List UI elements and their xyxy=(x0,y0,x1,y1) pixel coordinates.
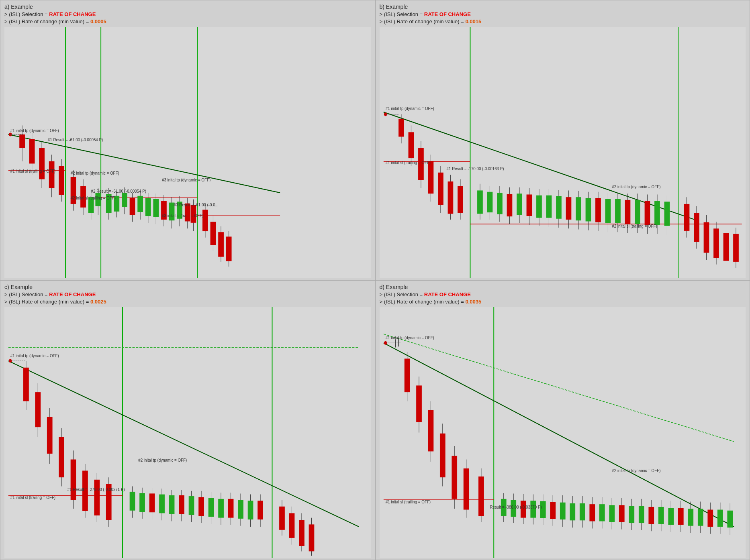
svg-rect-157 xyxy=(23,368,29,401)
svg-rect-128 xyxy=(654,201,660,225)
svg-rect-69 xyxy=(380,27,746,278)
panel-b-line1: > (ISL) Selection = RATE OF CHANGE xyxy=(380,11,746,18)
svg-rect-80 xyxy=(408,132,414,159)
svg-rect-179 xyxy=(159,494,165,513)
panel-c-svg: #1 inital tp (dynamic = OFF) #1 inital s… xyxy=(4,307,371,558)
panel-c-chart: #1 inital tp (dynamic = OFF) #1 inital s… xyxy=(4,307,371,558)
svg-text:#1 Result = -170.00 (-0.00163 : #1 Result = -170.00 (-0.00163 P) xyxy=(446,166,504,171)
svg-rect-169 xyxy=(94,480,100,515)
svg-rect-13 xyxy=(39,148,45,179)
svg-rect-33 xyxy=(130,198,135,215)
panel-a-line1: > (ISL) Selection = RATE OF CHANGE xyxy=(4,11,371,18)
svg-rect-201 xyxy=(279,507,285,530)
svg-rect-276 xyxy=(697,509,703,525)
panel-d-line1: > (ISL) Selection = RATE OF CHANGE xyxy=(380,291,746,298)
panel-d-chart: #1 inital tp (dynamic = OFF) #1 inital s… xyxy=(380,307,746,558)
svg-rect-55 xyxy=(218,232,224,257)
svg-text:#2 inital tp (dynamic = OFF): #2 inital tp (dynamic = OFF) xyxy=(612,468,660,473)
svg-rect-102 xyxy=(526,195,532,216)
panel-c-selection: RATE OF CHANGE xyxy=(49,291,96,297)
svg-text:#1 inital sl (trailing = OFF): #1 inital sl (trailing = OFF) xyxy=(385,499,430,504)
panel-d: d) Example > (ISL) Selection = RATE OF C… xyxy=(375,280,750,560)
main-grid: a) Example > (ISL) Selection = RATE OF C… xyxy=(0,0,750,560)
svg-rect-226 xyxy=(428,410,433,452)
panel-d-line2: > (ISL) Rate of change (min value) = 0.0… xyxy=(380,298,746,305)
panel-d-value: 0.0035 xyxy=(465,299,481,305)
svg-rect-96 xyxy=(497,193,503,214)
svg-rect-100 xyxy=(517,194,522,216)
svg-text:#1 Result = -278.00 (-0.00271 : #1 Result = -278.00 (-0.00271 P) xyxy=(67,487,125,492)
svg-text:#1 inital tp (dynamic = OFF): #1 inital tp (dynamic = OFF) xyxy=(10,353,59,358)
svg-rect-280 xyxy=(717,509,723,526)
svg-rect-0 xyxy=(4,27,371,278)
panel-b-selection: RATE OF CHANGE xyxy=(424,11,471,17)
panel-b: b) Example > (ISL) Selection = RATE OF C… xyxy=(375,0,750,280)
panel-c-value: 0.0025 xyxy=(90,299,106,305)
svg-rect-17 xyxy=(59,166,64,195)
panel-b-svg: #1 inital tp (dynamic = OFF) #1 inital s… xyxy=(380,27,746,278)
svg-rect-37 xyxy=(145,198,151,216)
svg-rect-250 xyxy=(570,503,575,520)
svg-text:#3 inital tp (dynamic = OFF): #3 inital tp (dynamic = OFF) xyxy=(162,177,210,183)
panel-a-label: a) Example xyxy=(4,4,371,10)
svg-rect-124 xyxy=(635,200,640,224)
svg-text:#2 inital sl (trailing = OFF): #2 inital sl (trailing = OFF) xyxy=(612,224,657,229)
svg-rect-173 xyxy=(130,492,135,511)
svg-rect-205 xyxy=(299,520,304,546)
svg-rect-278 xyxy=(707,509,713,526)
panel-c-line1: > (ISL) Selection = RATE OF CHANGE xyxy=(4,291,371,298)
svg-rect-270 xyxy=(668,508,674,525)
svg-rect-222 xyxy=(404,358,410,392)
svg-rect-244 xyxy=(540,501,546,518)
panel-a-chart: #1 inital tp (dynamic = OFF) #1 inital s… xyxy=(4,27,371,278)
svg-rect-138 xyxy=(713,229,719,259)
svg-rect-272 xyxy=(678,508,683,525)
svg-rect-256 xyxy=(599,504,605,521)
svg-rect-98 xyxy=(507,194,512,217)
svg-rect-132 xyxy=(684,204,689,231)
svg-text:#1 inital sl (trailing = OFF): #1 inital sl (trailing = OFF) xyxy=(385,160,430,165)
panel-c: c) Example > (ISL) Selection = RATE OF C… xyxy=(0,280,375,560)
svg-rect-86 xyxy=(438,173,443,205)
svg-text:#1 inital sl (trailing = OFF): #1 inital sl (trailing = OFF) xyxy=(10,495,55,500)
svg-rect-266 xyxy=(648,507,654,524)
svg-rect-130 xyxy=(664,202,670,226)
svg-text:#2 Result = -61.00 (-0.00054 P: #2 Result = -61.00 (-0.00054 P) xyxy=(91,189,147,194)
svg-text:Result = -386.00 (-0.03379 P): Result = -386.00 (-0.03379 P) xyxy=(490,505,542,510)
svg-rect-230 xyxy=(452,456,457,499)
svg-rect-246 xyxy=(550,502,556,519)
svg-rect-78 xyxy=(399,119,404,137)
svg-rect-112 xyxy=(576,198,581,221)
svg-text:#1 inital tp (dynamic = OFF): #1 inital tp (dynamic = OFF) xyxy=(385,335,434,340)
svg-rect-252 xyxy=(579,503,585,520)
svg-rect-114 xyxy=(585,198,591,222)
panel-c-line2: > (ISL) Rate of change (min value) = 0.0… xyxy=(4,298,371,305)
svg-rect-9 xyxy=(19,134,25,148)
svg-rect-282 xyxy=(727,511,733,527)
svg-rect-57 xyxy=(226,237,232,261)
svg-rect-234 xyxy=(478,477,484,516)
svg-rect-120 xyxy=(615,199,621,223)
panel-a-selection: RATE OF CHANGE xyxy=(49,11,96,17)
panel-d-svg: #1 inital tp (dynamic = OFF) #1 inital s… xyxy=(380,307,746,558)
panel-b-line2: > (ISL) Rate of change (min value) = 0.0… xyxy=(380,18,746,25)
svg-rect-181 xyxy=(169,495,175,514)
svg-rect-92 xyxy=(477,191,483,214)
svg-text:#1 inital tp (dynamic = OFF): #1 inital tp (dynamic = OFF) xyxy=(10,128,59,133)
svg-rect-165 xyxy=(71,459,76,499)
svg-text:#2 inital tp (dynamic = OFF): #2 inital tp (dynamic = OFF) xyxy=(71,171,119,176)
svg-rect-189 xyxy=(208,498,214,517)
svg-rect-264 xyxy=(638,506,644,523)
svg-rect-136 xyxy=(703,222,709,253)
svg-rect-159 xyxy=(35,392,41,427)
svg-rect-274 xyxy=(688,509,693,525)
svg-rect-90 xyxy=(458,186,463,213)
svg-rect-203 xyxy=(289,513,295,538)
svg-rect-191 xyxy=(218,499,224,518)
svg-rect-228 xyxy=(439,434,445,477)
svg-rect-15 xyxy=(49,161,55,188)
panel-a-value: 0.0005 xyxy=(90,18,106,24)
svg-rect-175 xyxy=(139,493,145,512)
svg-rect-193 xyxy=(228,499,234,518)
svg-rect-106 xyxy=(546,195,552,218)
